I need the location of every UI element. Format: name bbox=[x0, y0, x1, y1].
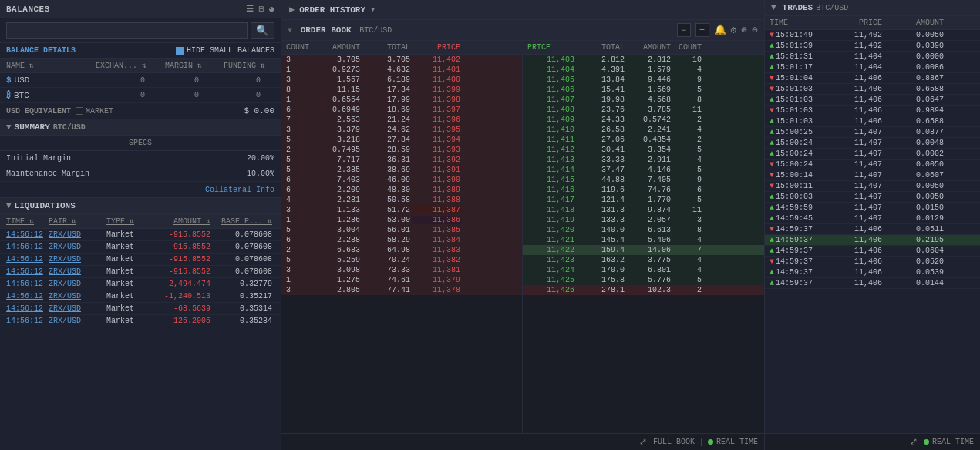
trade-row: ▲15:01:0311,4060.6588 bbox=[765, 116, 980, 127]
down-arrow-icon: ▼ bbox=[770, 31, 774, 39]
order-history-expand[interactable]: ▶ bbox=[289, 4, 295, 15]
order-history-bar: ▶ ORDER HISTORY ▾ bbox=[281, 0, 764, 20]
ob-col-amount-buy: AMOUNT bbox=[315, 43, 362, 52]
trade-row: ▲14:59:5911,4070.0150 bbox=[765, 203, 980, 213]
hide-small-checkbox[interactable] bbox=[176, 47, 184, 55]
liq-table-header: TIME ⇅ PAIR ⇅ TYPE ⇅ AMOUNT ⇅ BASE P... … bbox=[0, 214, 281, 229]
col-name[interactable]: NAME ⇅ bbox=[6, 61, 83, 70]
summary-pair: BTC/USD bbox=[53, 123, 86, 132]
ob-buy-row-highlight: 11,422159.414.067 bbox=[523, 245, 764, 255]
trade-row: ▲15:01:3111,4040.0000 bbox=[765, 52, 980, 62]
ob-buy-row: 11,40924.330.57422 bbox=[523, 115, 764, 125]
summary-title: SUMMARY bbox=[15, 123, 50, 132]
col-funding[interactable]: FUNDING ⇅ bbox=[204, 61, 265, 70]
trade-row: ▼15:01:0311,4060.6588 bbox=[765, 84, 980, 95]
liq-row: 14:56:12ZRX/USDMarket-68.56390.35314 bbox=[0, 303, 281, 315]
ob-sell-row: 31.13351.7211,387 bbox=[281, 205, 522, 215]
balances-header: BALANCES ☰ ⊟ ◕ bbox=[0, 0, 281, 18]
trades-realtime-label: REAL-TIME bbox=[932, 438, 974, 446]
down-arrow-icon: ▼ bbox=[770, 106, 774, 115]
initial-margin-row: Initial Margin 20.00% bbox=[0, 151, 281, 166]
liq-col-time[interactable]: TIME ⇅ bbox=[6, 217, 49, 226]
ob-settings-icon[interactable]: ⚙ bbox=[731, 24, 737, 36]
down-arrow-icon: ▼ bbox=[770, 257, 774, 266]
trade-row: ▲14:59:3711,4060.0539 bbox=[765, 267, 980, 278]
trades-col-amount: AMOUNT bbox=[884, 18, 945, 27]
trades-title: TRADES bbox=[783, 3, 813, 12]
ob-buy-row: 11,423163.23.7754 bbox=[523, 255, 764, 265]
trades-header: ▼ TRADES BTC/USD bbox=[765, 0, 980, 16]
ob-buy-row: 11,420140.06.6138 bbox=[523, 225, 764, 235]
ob-chevron[interactable]: ▼ bbox=[288, 26, 292, 35]
liq-row: 14:56:12ZRX/USDMarket-915.85520.078608 bbox=[0, 254, 281, 266]
full-book-link[interactable]: FULL BOOK bbox=[653, 438, 702, 446]
usd-funding: 0 bbox=[199, 76, 261, 85]
liq-col-pair[interactable]: PAIR ⇅ bbox=[49, 217, 106, 226]
ob-headers: COUNT AMOUNT TOTAL PRICE PRICE TOTAL AMO… bbox=[281, 41, 764, 55]
trade-row-highlight: ▲14:59:3711,4060.2195 bbox=[765, 235, 980, 246]
ob-sell-row: 26.68364.9811,383 bbox=[281, 245, 522, 255]
ob-minus-btn[interactable]: − bbox=[677, 23, 691, 37]
col-margin[interactable]: MARGIN ⇅ bbox=[148, 61, 202, 70]
up-arrow-icon: ▲ bbox=[770, 193, 774, 201]
ob-buy-row: 11,41026.582.2414 bbox=[523, 125, 764, 135]
ob-buy-row: 11,41230.413.3545 bbox=[523, 145, 764, 155]
ob-zoom-in-icon[interactable]: ⊕ bbox=[741, 24, 747, 36]
liq-col-type[interactable]: TYPE ⇅ bbox=[106, 217, 149, 226]
search-button[interactable]: 🔍 bbox=[251, 22, 274, 39]
liq-col-amount[interactable]: AMOUNT ⇅ bbox=[149, 217, 210, 226]
order-book-bar: ▼ ORDER BOOK BTC/USD − + 🔔 ⚙ ⊕ ⊖ bbox=[281, 20, 764, 41]
left-panel: BALANCES ☰ ⊟ ◕ 🔍 BALANCE DETAILS HIDE SM… bbox=[0, 0, 281, 450]
ob-buy-side: 11,4032.8122.81210 11,4044.3911.5794 11,… bbox=[523, 55, 764, 433]
ob-sell-row: 57.71736.3111,392 bbox=[281, 155, 522, 165]
up-arrow-icon: ▲ bbox=[770, 236, 774, 244]
ob-buy-row: 11,425175.85.7765 bbox=[523, 275, 764, 285]
summary-chevron[interactable]: ▼ bbox=[6, 123, 12, 132]
liquidations-chevron[interactable]: ▼ bbox=[6, 201, 12, 210]
ob-col-count-sell: COUNT bbox=[672, 43, 703, 52]
trades-chevron[interactable]: ▼ bbox=[771, 3, 776, 12]
balances-table-header: NAME ⇅ EXCHAN... ⇅ MARGIN ⇅ FUNDING ⇅ bbox=[0, 59, 281, 73]
equiv-left: USD EQUIVALENT MARKET bbox=[6, 107, 113, 116]
balance-row-btc: ₿BTC 0 0 0 bbox=[0, 88, 281, 103]
liq-row: 14:56:12ZRX/USDMarket-2,494.4740.32779 bbox=[0, 278, 281, 290]
ob-zoom-out-icon[interactable]: ⊖ bbox=[752, 24, 758, 36]
collateral-link[interactable]: Collateral Info bbox=[205, 186, 274, 194]
ob-sell-row: 42.28150.5811,388 bbox=[281, 195, 522, 205]
liq-col-base[interactable]: BASE P... ⇅ bbox=[210, 217, 272, 226]
list-view-icon[interactable]: ☰ bbox=[246, 4, 254, 14]
up-arrow-icon: ▲ bbox=[770, 247, 774, 255]
up-arrow-icon: ▲ bbox=[770, 203, 774, 212]
search-input[interactable] bbox=[6, 22, 248, 39]
down-arrow-icon: ▼ bbox=[770, 182, 774, 190]
ob-expand-icon[interactable]: ⤢ bbox=[639, 436, 647, 448]
trade-row: ▼15:00:2411,4070.0050 bbox=[765, 160, 980, 170]
trade-row: ▲15:01:1711,4040.0086 bbox=[765, 62, 980, 73]
trades-expand-icon[interactable]: ⤢ bbox=[910, 436, 918, 448]
chart-view-icon[interactable]: ◕ bbox=[269, 4, 274, 14]
trade-row: ▼15:00:1411,4070.0607 bbox=[765, 170, 980, 181]
hide-small-row: HIDE SMALL BALANCES bbox=[176, 46, 274, 55]
up-arrow-icon: ▲ bbox=[770, 63, 774, 72]
ob-bell-icon[interactable]: 🔔 bbox=[714, 24, 726, 36]
ob-buy-row: 11,416119.674.766 bbox=[523, 185, 764, 195]
ob-plus-btn[interactable]: + bbox=[695, 23, 709, 37]
up-arrow-icon: ▲ bbox=[770, 214, 774, 223]
summary-header: ▼ SUMMARY BTC/USD bbox=[0, 119, 281, 136]
filter-icon[interactable]: ▾ bbox=[370, 4, 375, 15]
trade-row: ▲15:01:3911,4020.0390 bbox=[765, 41, 980, 52]
initial-margin-label: Initial Margin bbox=[6, 154, 71, 163]
col-exchange[interactable]: EXCHAN... ⇅ bbox=[85, 61, 146, 70]
up-arrow-icon: ▲ bbox=[770, 139, 774, 147]
up-arrow-icon: ▲ bbox=[770, 128, 774, 136]
up-arrow-icon: ▲ bbox=[770, 268, 774, 277]
balance-details-row: BALANCE DETAILS HIDE SMALL BALANCES bbox=[0, 43, 281, 59]
ob-sell-row: 20.749528.5911,393 bbox=[281, 145, 522, 155]
balance-details-link[interactable]: BALANCE DETAILS bbox=[6, 46, 76, 55]
market-check[interactable] bbox=[76, 107, 83, 115]
liq-row: 14:56:12ZRX/USDMarket-915.85520.078608 bbox=[0, 266, 281, 278]
up-arrow-icon: ▲ bbox=[770, 117, 774, 126]
ob-sell-headers: PRICE TOTAL AMOUNT COUNT bbox=[523, 41, 764, 54]
grid-view-icon[interactable]: ⊟ bbox=[259, 4, 264, 14]
liq-row: 14:56:12ZRX/USDMarket-125.20050.35284 bbox=[0, 315, 281, 327]
